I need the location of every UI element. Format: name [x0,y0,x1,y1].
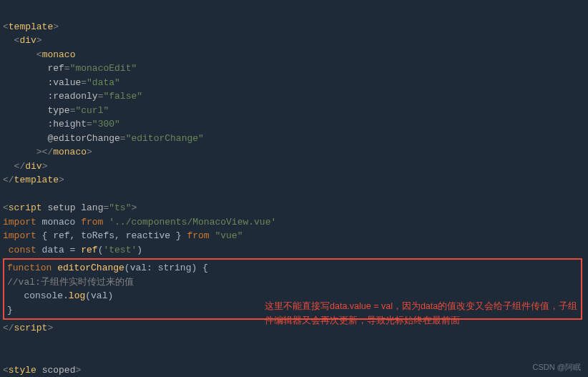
string: "300" [92,119,120,129]
keyword: const [3,245,42,255]
function: log [69,290,85,301]
punct: > [42,161,48,172]
attr: scoped [36,365,76,376]
punct: > [36,35,42,46]
tag: div [19,35,36,46]
punct: = [120,133,126,144]
tag: template [9,21,53,32]
function: ref [81,245,97,255]
comment: //val:子组件实时传过来的值 [7,277,134,288]
punct: < [3,202,9,213]
identifier: data = [42,245,82,255]
keyword: import [3,230,42,241]
punct: </ [3,323,14,333]
string: "editorChange" [126,133,204,144]
tag: template [14,175,59,185]
tag: monaco [53,147,87,157]
keyword: function [7,263,57,273]
punct: = [87,119,92,129]
string: "ts" [109,202,131,213]
tag: monaco [42,49,76,60]
keyword: from [81,217,109,227]
attr: :height [47,119,87,129]
string: '../components/MonacoView.vue' [109,217,276,227]
punct: > [59,175,64,185]
function: editorChange [57,263,124,273]
punct: = [81,77,87,88]
attr: setup [42,202,82,213]
attr: ref [47,63,64,74]
punct: </ [3,175,14,185]
string: "monacoEdit" [70,63,137,74]
tag: style [9,365,36,376]
identifier: ) [137,245,142,255]
punct: > [75,365,81,376]
attr: @editorChange [47,133,119,144]
identifier: (val: string) { [124,263,208,273]
punct: ></ [36,147,53,157]
tag: script [9,202,42,213]
keyword: import [3,217,42,227]
identifier: monaco [42,217,82,227]
string: "false" [103,91,142,102]
punct: > [53,21,59,32]
keyword: from [187,230,215,241]
punct: > [131,202,137,213]
punct: > [87,147,92,157]
punct: < [36,49,42,60]
identifier: { ref, toRefs, reactive } [42,230,187,241]
string: "vue" [215,230,242,241]
punct: > [47,323,53,333]
punct: = [64,63,70,74]
string: "curl" [75,105,109,116]
annotation-text: 这里不能直接写data.value = val，因为data的值改变又会给子组件… [265,299,579,328]
identifier: (val) [85,290,113,301]
punct: </ [14,161,26,172]
watermark: CSDN @阿眠 [533,361,581,373]
punct: < [3,21,9,32]
punct: < [3,365,9,376]
attr: :value [47,77,81,88]
string: "data" [87,77,120,88]
attr: type [47,105,69,116]
tag: div [25,161,41,172]
string: 'test' [103,245,137,255]
attr: :readonly [47,91,97,102]
identifier: console. [7,290,69,301]
identifier: } [7,305,13,315]
attr: lang [81,202,103,213]
tag: script [14,323,48,333]
